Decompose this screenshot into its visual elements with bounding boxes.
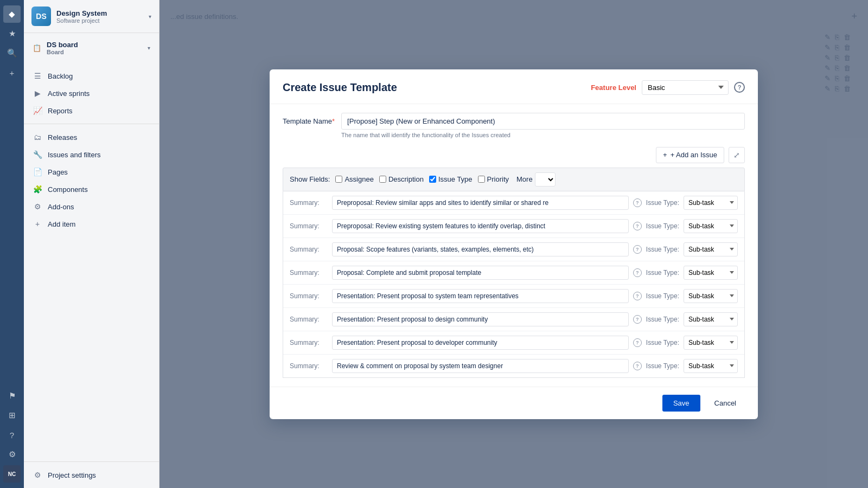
sidebar-item-releases[interactable]: 🗂 Releases (24, 129, 159, 146)
issues-list: Summary: ? Issue Type: Sub-task Story Ta… (283, 191, 745, 378)
project-logo: DS (31, 7, 51, 26)
releases-icon: 🗂 (33, 133, 42, 142)
star-icon[interactable]: ★ (3, 25, 21, 42)
issue-help-icon-5[interactable]: ? (633, 292, 642, 300)
issue-summary-input-7[interactable] (332, 336, 629, 350)
show-fields-label: Show Fields: (290, 175, 330, 183)
issue-type-select-1[interactable]: Sub-task Story Task Bug (684, 196, 738, 210)
dialog-header: Create Issue Template Feature Level Basi… (270, 69, 758, 104)
issue-help-icon-2[interactable]: ? (633, 222, 642, 230)
issue-type-label-6: Issue Type: (646, 316, 679, 323)
flag-icon[interactable]: ⚑ (3, 387, 21, 404)
issue-type-select-2[interactable]: Sub-task Story Task (684, 219, 738, 233)
issue-type-select-7[interactable]: Sub-task Story Task (684, 336, 738, 350)
issue-summary-input-1[interactable] (332, 196, 629, 210)
sidebar-item-label-project-settings: Project settings (48, 471, 96, 479)
issue-summary-label-8: Summary: (290, 362, 328, 370)
assignee-checkbox-input[interactable] (335, 176, 342, 183)
sidebar-item-reports[interactable]: 📈 Reports (24, 102, 159, 119)
sidebar-item-label-pages: Pages (48, 168, 68, 176)
board-header[interactable]: 📋 DS board Board ▾ (24, 36, 159, 60)
sidebar-item-pages[interactable]: 📄 Pages (24, 163, 159, 181)
home-icon[interactable]: ◆ (3, 5, 21, 23)
issue-row-1: Summary: ? Issue Type: Sub-task Story Ta… (283, 191, 744, 215)
user-avatar[interactable]: NC (3, 465, 21, 483)
reports-icon: 📈 (33, 106, 42, 115)
issue-summary-input-5[interactable] (332, 289, 629, 303)
issue-summary-input-3[interactable] (332, 242, 629, 256)
show-fields-row: Show Fields: Assignee Description Iss (283, 168, 745, 191)
sidebar-item-label-active-sprints: Active sprints (48, 89, 90, 98)
sidebar-item-active-sprints[interactable]: ▶ Active sprints (24, 85, 159, 102)
sidebar-item-label-add-item: Add item (48, 220, 75, 228)
issue-type-select-3[interactable]: Sub-task Story Task (684, 242, 738, 256)
active-sprints-icon: ▶ (33, 89, 42, 98)
issue-type-label-7: Issue Type: (646, 339, 679, 346)
issue-type-select-4[interactable]: Sub-task Story Task (684, 266, 738, 280)
sidebar-item-backlog[interactable]: ☰ Backlog (24, 67, 159, 85)
move-icon-button[interactable]: ⤢ (729, 147, 745, 163)
dialog-title: Create Issue Template (283, 81, 397, 94)
issue-summary-input-4[interactable] (332, 266, 629, 280)
dialog-footer: Save Cancel (270, 387, 758, 419)
issue-row-6: Summary: ? Issue Type: Sub-task Story Ta… (283, 308, 744, 331)
feature-level-help-icon[interactable]: ? (734, 82, 745, 93)
issue-help-icon-1[interactable]: ? (633, 198, 642, 207)
issue-row-3: Summary: ? Issue Type: Sub-task Story Ta… (283, 238, 744, 261)
issue-type-label-3: Issue Type: (646, 246, 679, 253)
template-name-input[interactable] (341, 113, 745, 130)
field-assignee-checkbox[interactable]: Assignee (335, 175, 373, 183)
save-button[interactable]: Save (662, 395, 700, 412)
issue-summary-input-8[interactable] (332, 359, 629, 373)
issue-row-2: Summary: ? Issue Type: Sub-task Story Ta… (283, 215, 744, 238)
field-issue-type-checkbox[interactable]: Issue Type (429, 175, 473, 183)
sidebar-item-issues-filters[interactable]: 🔧 Issues and filters (24, 146, 159, 163)
issue-type-label-5: Issue Type: (646, 292, 679, 300)
help-bottom-icon[interactable]: ? (3, 426, 21, 444)
create-issue-template-dialog: Create Issue Template Feature Level Basi… (270, 69, 758, 419)
issue-help-icon-6[interactable]: ? (633, 315, 642, 324)
issue-summary-label-5: Summary: (290, 292, 328, 300)
more-label: More (516, 175, 533, 183)
issue-summary-input-6[interactable] (332, 312, 629, 326)
settings-nav: ⚙ Project settings (24, 461, 159, 488)
more-dropdown: More (516, 172, 556, 187)
search-icon[interactable]: 🔍 (3, 44, 21, 62)
priority-checkbox-input[interactable] (478, 176, 485, 183)
issue-summary-input-2[interactable] (332, 219, 629, 233)
sidebar-item-addons[interactable]: ⚙ Add-ons (24, 198, 159, 215)
issue-help-icon-4[interactable]: ? (633, 268, 642, 277)
issue-help-icon-3[interactable]: ? (633, 245, 642, 254)
sidebar-item-label-components: Components (48, 185, 88, 194)
sidebar-item-components[interactable]: 🧩 Components (24, 181, 159, 198)
sidebar-item-project-settings[interactable]: ⚙ Project settings (24, 466, 159, 484)
issue-help-icon-8[interactable]: ? (633, 362, 642, 370)
issue-type-select-6[interactable]: Sub-task Story Task (684, 312, 738, 326)
template-name-hint: The name that will identify the function… (341, 132, 745, 138)
issue-help-icon-7[interactable]: ? (633, 338, 642, 347)
issue-type-select-8[interactable]: Sub-task Story Task (684, 359, 738, 373)
plus-icon[interactable]: + (3, 64, 21, 81)
add-issue-button[interactable]: + + Add an Issue (656, 147, 724, 163)
issue-type-label-2: Issue Type: (646, 222, 679, 230)
description-checkbox-input[interactable] (379, 176, 386, 183)
grid-icon[interactable]: ⊞ (3, 407, 21, 424)
issue-type-checkbox-input[interactable] (429, 176, 436, 183)
add-item-icon: + (33, 220, 42, 228)
sidebar-item-add-item[interactable]: + Add item (24, 215, 159, 233)
project-sub: Software project (56, 17, 143, 24)
icon-strip: ◆ ★ 🔍 + ⚑ ⊞ ? ⚙ NC (0, 0, 24, 488)
project-header[interactable]: DS Design System Software project ▾ (24, 0, 159, 33)
field-description-checkbox[interactable]: Description (379, 175, 424, 183)
add-issue-row: + + Add an Issue ⤢ (283, 147, 745, 163)
settings-bottom-icon[interactable]: ⚙ (3, 446, 21, 463)
cancel-button[interactable]: Cancel (706, 395, 745, 412)
feature-level-select[interactable]: Basic Standard Advanced (642, 80, 729, 95)
issue-type-select-5[interactable]: Sub-task Story Task (684, 289, 738, 303)
field-priority-checkbox[interactable]: Priority (478, 175, 509, 183)
issue-row-7: Summary: ? Issue Type: Sub-task Story Ta… (283, 331, 744, 355)
issue-summary-label-3: Summary: (290, 246, 328, 253)
more-fields-select[interactable] (535, 172, 556, 187)
priority-label: Priority (487, 175, 509, 183)
description-label: Description (388, 175, 424, 183)
